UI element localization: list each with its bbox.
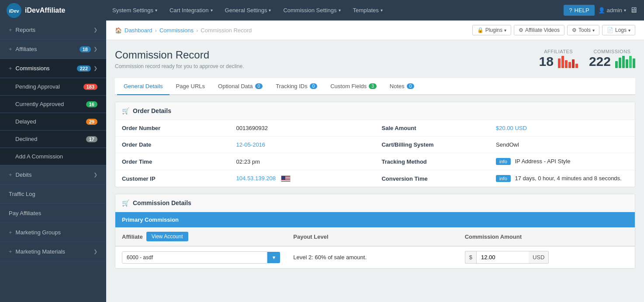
help-button[interactable]: ? HELP — [564, 5, 594, 16]
sidebar-item-reports[interactable]: + Reports ❯ — [0, 21, 106, 40]
affiliates-stat: AFFILIATES 18 — [539, 49, 578, 69]
user-icon: 👤 — [598, 7, 605, 14]
breadcrumb-commissions[interactable]: Commissions — [159, 27, 194, 34]
notes-badge: 0 — [407, 83, 415, 89]
affiliates-count: 18 — [539, 54, 554, 69]
sidebar-item-commissions[interactable]: + Commissions 222 ❯ — [0, 59, 106, 78]
help-icon: ? — [569, 7, 572, 14]
optional-data-badge: 0 — [255, 83, 263, 89]
view-account-button[interactable]: View Account — [146, 232, 188, 241]
logs-button[interactable]: 📄 Logs ▾ — [602, 25, 635, 35]
sidebar-item-declined[interactable]: Declined 17 — [0, 130, 106, 148]
nav-general-settings[interactable]: General Settings▾ — [219, 0, 277, 21]
plugins-button[interactable]: 🔒 Plugins ▾ — [472, 25, 511, 35]
currency-suffix: USD — [529, 251, 549, 264]
top-nav: iDev iDevAffiliate System Settings▾ Cart… — [0, 0, 644, 21]
order-number-value: 0013690932 — [230, 120, 375, 137]
plus-icon: + — [9, 229, 12, 236]
cart-billing-label: Cart/Billing System — [375, 137, 489, 153]
tracking-method-info-badge[interactable]: info — [496, 158, 511, 165]
table-row: Order Time 02:23 pm Tracking Method info… — [115, 153, 635, 170]
primary-commission-header: Primary Commission — [115, 212, 635, 227]
order-details-header: 🛒 Order Details — [115, 102, 635, 120]
chevron-right-icon: ❯ — [93, 27, 97, 33]
commission-details-card: 🛒 Commission Details Primary Commission … — [115, 194, 635, 269]
lock-icon: 🔒 — [477, 27, 484, 33]
admin-menu[interactable]: 👤 admin ▾ — [598, 7, 626, 14]
affiliates-label: AFFILIATES — [539, 49, 578, 54]
gear-icon: ⚙ — [572, 27, 577, 33]
sidebar-item-currently-approved[interactable]: Currently Approved 16 — [0, 96, 106, 113]
plus-icon: + — [9, 46, 12, 52]
sidebar-item-traffic-log[interactable]: Traffic Log — [0, 185, 106, 204]
chevron-right-icon: ❯ — [93, 46, 97, 52]
sidebar-item-add-commission[interactable]: Add A Commission — [0, 148, 106, 165]
sidebar-item-affiliates[interactable]: + Affiliates 18 ❯ — [0, 40, 106, 59]
sidebar-item-marketing-groups[interactable]: + Marketing Groups — [0, 223, 106, 242]
table-row: Order Number 0013690932 Sale Amount $20.… — [115, 120, 635, 137]
select-arrow: ▼ — [267, 252, 280, 263]
breadcrumb-sep: › — [196, 27, 198, 34]
nav-commission-settings[interactable]: Commission Settings▾ — [277, 0, 346, 21]
affiliate-col-header: Affiliate View Account — [115, 227, 287, 246]
order-date-value: 12-05-2016 — [230, 137, 375, 153]
tab-general-details[interactable]: General Details — [117, 78, 170, 95]
cart-billing-value: SendOwl — [489, 137, 635, 153]
chevron-right-icon: ❯ — [93, 249, 97, 254]
dollar-icon: 🛒 — [122, 199, 129, 206]
amount-input[interactable] — [476, 251, 529, 264]
commissions-count: 222 — [589, 54, 611, 69]
conversion-time-info-badge[interactable]: info — [496, 175, 511, 182]
sidebar: + Reports ❯ + Affiliates 18 ❯ + Commissi… — [0, 21, 106, 302]
tools-button[interactable]: ⚙ Tools ▾ — [567, 25, 599, 35]
sidebar-item-pay-affiliates[interactable]: Pay Affiliates — [0, 204, 106, 223]
custom-fields-badge: 3 — [369, 83, 377, 89]
table-row: Customer IP 104.53.139.208 Conversion Ti… — [115, 170, 635, 187]
commissions-badge: 222 — [77, 65, 91, 72]
brand-name: iDevAffiliate — [25, 7, 65, 14]
plus-icon: + — [9, 27, 12, 33]
us-flag-icon — [281, 175, 291, 182]
sidebar-item-pending-approval[interactable]: Pending Approval 183 — [0, 78, 106, 96]
order-time-value: 02:23 pm — [230, 153, 375, 170]
cart-icon: 🛒 — [122, 107, 129, 114]
nav-templates[interactable]: Templates▾ — [347, 0, 389, 21]
customer-ip-label: Customer IP — [115, 170, 230, 187]
table-row: Order Date 12-05-2016 Cart/Billing Syste… — [115, 137, 635, 153]
nav-system-settings[interactable]: System Settings▾ — [106, 0, 163, 21]
tab-notes[interactable]: Notes 0 — [383, 78, 421, 95]
affiliate-select[interactable]: 6000 - asdf — [122, 251, 267, 264]
commission-table: Affiliate View Account Payout Level Comm… — [115, 227, 635, 268]
order-details-table: Order Number 0013690932 Sale Amount $20.… — [115, 120, 635, 187]
conversion-time-text: 17 days, 0 hour, 4 minutes and 8 seconds… — [515, 175, 621, 182]
affiliate-cell: 6000 - asdf ▼ — [115, 246, 287, 268]
logo-icon: iDev — [7, 3, 21, 18]
sidebar-item-marketing-materials[interactable]: + Marketing Materials ❯ — [0, 242, 106, 261]
stats-section: AFFILIATES 18 — [539, 49, 635, 69]
breadcrumb-dashboard[interactable]: Dashboard — [125, 27, 152, 34]
affiliate-videos-button[interactable]: ⚙ Affiliate Videos — [514, 25, 564, 35]
tab-page-urls[interactable]: Page URLs — [170, 78, 211, 95]
logo[interactable]: iDev iDevAffiliate — [0, 3, 106, 18]
nav-cart-integration[interactable]: Cart Integration▾ — [163, 0, 219, 21]
sidebar-item-delayed[interactable]: Delayed 29 — [0, 113, 106, 130]
commissions-stat: COMMISSIONS 222 — [589, 49, 635, 69]
declined-badge: 17 — [86, 136, 97, 142]
tracking-method-value: info IP Address - API Style — [489, 153, 635, 170]
page-subtitle: Commission record ready for you to appro… — [115, 63, 244, 69]
tab-tracking-ids[interactable]: Tracking IDs 0 — [269, 78, 324, 95]
pending-badge: 183 — [83, 84, 97, 90]
page-content: Commission Record Commission record read… — [106, 40, 644, 302]
monitor-button[interactable]: 🖥 — [630, 6, 637, 15]
affiliates-chart — [558, 55, 578, 68]
tab-optional-data[interactable]: Optional Data 0 — [211, 78, 269, 95]
tracking-ids-badge: 0 — [310, 83, 318, 89]
file-icon: 📄 — [607, 27, 613, 33]
customer-ip-link[interactable]: 104.53.139.208 — [236, 175, 276, 182]
tabs-container: General Details Page URLs Optional Data … — [115, 78, 635, 95]
content-area: 🏠 Dashboard › Commissions › Commission R… — [106, 21, 644, 302]
gear-icon: ⚙ — [519, 27, 523, 33]
payout-level-cell: Level 2: 60% of sale amount. — [287, 246, 458, 268]
sidebar-item-debits[interactable]: + Debits ❯ — [0, 165, 106, 185]
tab-custom-fields[interactable]: Custom Fields 3 — [324, 78, 383, 95]
